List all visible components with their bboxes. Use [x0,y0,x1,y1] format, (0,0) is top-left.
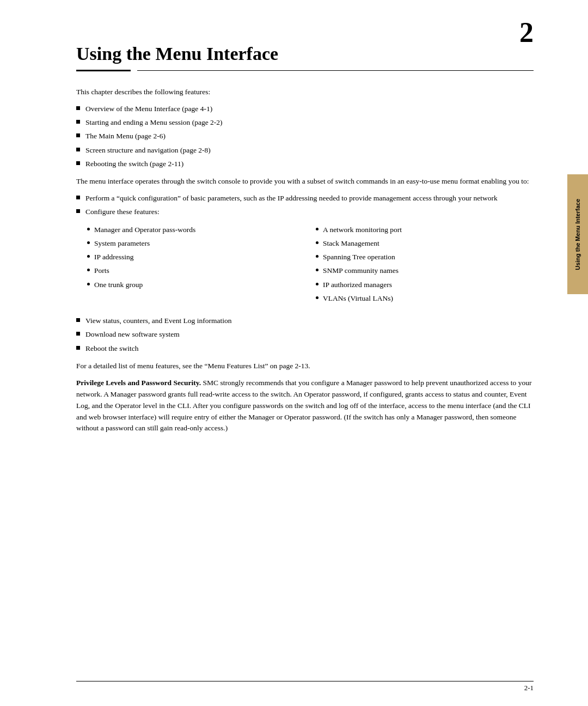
list-item: Stack Management [316,238,534,249]
left-feature-list: Manager and Operator pass-words System p… [87,224,305,290]
bullet-icon [87,241,90,244]
list-item: Configure these features: [76,206,534,217]
bullet-icon [76,120,80,124]
side-tab: Using the Menu Interface [567,174,588,294]
chapter-number: 2 [519,16,534,48]
bullet-icon [76,209,80,213]
list-item: Rebooting the switch (page 2-11) [76,159,534,169]
feature-col-left: Manager and Operator pass-words System p… [87,224,305,307]
rule-short [76,70,131,71]
list-item: Perform a “quick configuration” of basic… [76,193,534,204]
capabilities-list: Perform a “quick configuration” of basic… [76,193,534,218]
list-item: Starting and ending a Menu session (page… [76,117,534,128]
list-item: Reboot the switch [76,343,534,354]
right-feature-list: A network monitoring port Stack Manageme… [316,224,534,305]
bullet-icon [76,318,80,322]
list-item: Screen structure and navigation (page 2-… [76,145,534,156]
bullet-icon [76,161,80,165]
list-item: Spanning Tree operation [316,252,534,263]
list-item: IP authorized managers [316,279,534,290]
bullet-icon [76,106,80,110]
additional-capabilities-list: View status, counters, and Event Log inf… [76,315,534,354]
bullet-icon [87,228,90,230]
menu-features-note: For a detailed list of menu features, se… [76,361,534,372]
list-item: System parameters [87,238,305,249]
list-item: Manager and Operator pass-words [87,224,305,235]
list-item: A network monitoring port [316,224,534,235]
security-bold: Privilege Levels and Password Security. [76,379,201,387]
bullet-icon [87,269,90,271]
page-number: 2-1 [524,684,534,692]
title-rule [76,70,534,71]
list-item: The Main Menu (page 2-6) [76,131,534,142]
bullet-icon [316,228,318,230]
list-item: Download new software system [76,329,534,340]
bullet-icon [316,283,318,285]
bullet-icon [76,133,80,137]
bullet-icon [76,196,80,199]
bullet-icon [76,346,80,350]
bullet-icon [76,148,80,151]
list-item: One trunk group [87,279,305,290]
bullet-icon [76,332,80,336]
list-item: View status, counters, and Event Log inf… [76,315,534,326]
bullet-icon [316,241,318,244]
bullet-icon [316,269,318,271]
chapter-title: Using the Menu Interface [76,44,534,64]
security-paragraph: Privilege Levels and Password Security. … [76,378,534,435]
bullet-icon [87,255,90,258]
menu-description: The menu interface operates through the … [76,176,534,187]
list-item: SNMP community names [316,265,534,276]
intro-text: This chapter describes the following fea… [76,87,534,98]
main-content: Using the Menu Interface This chapter de… [76,0,534,434]
feature-columns: Manager and Operator pass-words System p… [87,224,534,307]
bullet-icon [316,296,318,299]
page-container: 2 Using the Menu Interface Using the Men… [0,0,588,706]
list-item: Ports [87,265,305,276]
bullet-icon [87,283,90,285]
side-tab-label: Using the Menu Interface [574,199,581,270]
bottom-rule [76,681,534,681]
list-item: VLANs (Virtual LANs) [316,293,534,304]
feature-list: Overview of the Menu Interface (page 4-1… [76,104,534,169]
bullet-icon [316,255,318,258]
rule-long [137,70,534,71]
list-item: IP addressing [87,252,305,263]
list-item: Overview of the Menu Interface (page 4-1… [76,104,534,114]
feature-col-right: A network monitoring port Stack Manageme… [316,224,534,307]
